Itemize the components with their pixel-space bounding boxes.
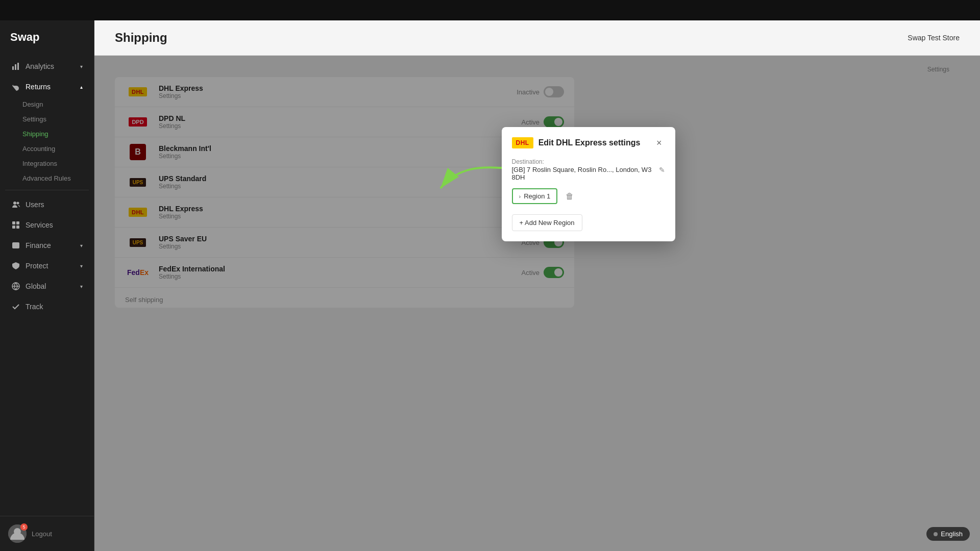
- main-header: Shipping Swap Test Store: [94, 20, 980, 56]
- modal-overlay[interactable]: DHL Edit DHL Express settings × Destinat…: [94, 56, 980, 551]
- returns-submenu: Design Settings Shipping Accounting Inte…: [0, 97, 94, 186]
- sidebar-item-track[interactable]: Track: [3, 297, 91, 316]
- region-chevron: ›: [519, 193, 521, 199]
- svg-point-4: [17, 202, 19, 205]
- top-bar: [0, 0, 980, 20]
- protect-chevron: ▾: [80, 263, 83, 269]
- analytics-icon: [11, 62, 20, 71]
- sidebar: Swap Analytics ▾ Returns ▴ Design Settin…: [0, 0, 94, 551]
- svg-rect-7: [12, 226, 15, 229]
- track-icon: [11, 302, 20, 311]
- modal-destination-label: Destination:: [512, 158, 544, 165]
- edit-dhl-modal: DHL Edit DHL Express settings × Destinat…: [502, 127, 675, 241]
- avatar-wrap[interactable]: 5: [8, 524, 27, 543]
- sidebar-item-services[interactable]: Services: [3, 215, 91, 235]
- arrow-annotation: [410, 158, 522, 219]
- sidebar-item-returns[interactable]: Returns ▴: [3, 77, 91, 96]
- svg-point-10: [14, 246, 15, 247]
- svg-rect-0: [12, 66, 14, 70]
- sidebar-sub-advanced-rules[interactable]: Advanced Rules: [0, 171, 94, 186]
- sidebar-bottom: 5 Logout: [0, 516, 94, 551]
- region-tag[interactable]: › Region 1: [512, 188, 558, 204]
- svg-rect-6: [16, 221, 19, 224]
- sidebar-item-global[interactable]: Global ▾: [3, 277, 91, 296]
- sidebar-sub-design[interactable]: Design: [0, 97, 94, 112]
- protect-icon: [11, 261, 20, 270]
- modal-close-button[interactable]: ×: [653, 137, 665, 148]
- finance-chevron: ▾: [80, 243, 83, 248]
- region-label: Region 1: [524, 192, 550, 200]
- svg-rect-5: [12, 221, 15, 224]
- page-title: Shipping: [115, 31, 167, 45]
- svg-rect-2: [17, 63, 19, 70]
- sidebar-sub-settings[interactable]: Settings: [0, 112, 94, 127]
- sidebar-item-finance[interactable]: Finance ▾: [3, 236, 91, 255]
- sidebar-sub-integrations[interactable]: Integrations: [0, 156, 94, 171]
- notification-badge: 5: [20, 523, 28, 531]
- returns-chevron: ▴: [80, 84, 83, 90]
- logout-label[interactable]: Logout: [32, 530, 52, 538]
- add-region-label: + Add New Region: [520, 219, 575, 227]
- global-chevron: ▾: [80, 284, 83, 289]
- services-icon: [11, 220, 20, 230]
- modal-destination-field: Destination: [GB] 7 Roslin Square, Rosli…: [512, 157, 665, 181]
- svg-rect-8: [16, 226, 19, 229]
- finance-icon: [11, 241, 20, 250]
- modal-destination-value: [GB] 7 Roslin Square, Roslin Ro..., Lond…: [512, 166, 655, 181]
- sidebar-item-analytics[interactable]: Analytics ▾: [3, 57, 91, 76]
- modal-title: Edit DHL Express settings: [538, 138, 648, 147]
- main-area: Shipping Swap Test Store Settings DHL DH…: [94, 0, 980, 551]
- delete-icon[interactable]: 🗑: [566, 192, 574, 201]
- lang-dot: [934, 532, 938, 536]
- svg-rect-1: [15, 64, 16, 70]
- language-badge[interactable]: English: [926, 527, 970, 541]
- app-logo: Swap: [0, 20, 94, 56]
- users-icon: [11, 200, 20, 209]
- sidebar-divider-1: [5, 190, 89, 190]
- sidebar-sub-shipping[interactable]: Shipping: [0, 127, 94, 141]
- sidebar-item-protect[interactable]: Protect ▾: [3, 256, 91, 276]
- store-button[interactable]: Swap Test Store: [908, 34, 960, 42]
- svg-point-3: [13, 202, 16, 205]
- analytics-chevron: ▾: [80, 64, 83, 69]
- modal-dhl-logo: DHL: [512, 137, 533, 148]
- language-label: English: [941, 530, 963, 538]
- edit-icon[interactable]: ✎: [659, 166, 665, 174]
- modal-header: DHL Edit DHL Express settings ×: [512, 137, 665, 148]
- returns-icon: [11, 82, 20, 91]
- main-content: Settings DHL DHL Express Settings Inacti…: [94, 56, 980, 551]
- global-icon: [11, 282, 20, 291]
- sidebar-sub-accounting[interactable]: Accounting: [0, 141, 94, 156]
- svg-rect-9: [12, 242, 19, 248]
- add-region-button[interactable]: + Add New Region: [512, 214, 582, 231]
- sidebar-item-users[interactable]: Users: [3, 195, 91, 214]
